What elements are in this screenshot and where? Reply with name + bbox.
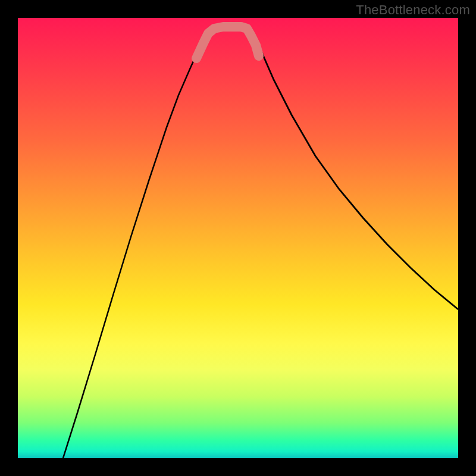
series-trough-marker: [196, 27, 259, 58]
series-left-curve: [63, 33, 209, 458]
plot-svg: [18, 18, 458, 458]
chart-frame: TheBottleneck.com: [0, 0, 476, 476]
series-group: [63, 27, 458, 458]
watermark-text: TheBottleneck.com: [356, 2, 470, 18]
series-right-curve: [252, 33, 458, 309]
plot-area: [18, 18, 458, 458]
